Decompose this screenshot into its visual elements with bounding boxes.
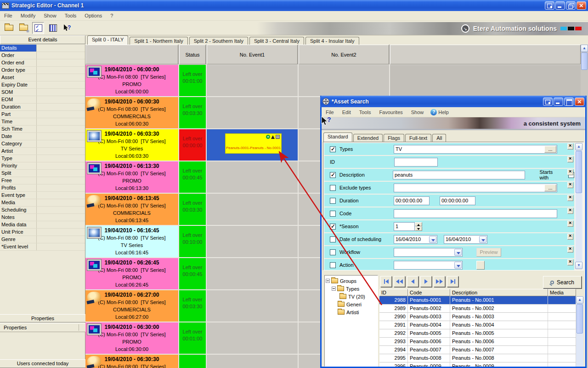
- restore-button[interactable]: [566, 1, 576, 10]
- detail-row[interactable]: Expiry Date: [0, 81, 85, 89]
- clear-season-button[interactable]: [567, 221, 573, 227]
- event1-column-header[interactable]: No. Event1: [207, 45, 298, 64]
- scroll-thumb[interactable]: [577, 304, 583, 334]
- clear-action-button[interactable]: [567, 259, 573, 265]
- detail-row[interactable]: EOM: [0, 96, 85, 104]
- menu-item[interactable]: Tools: [61, 12, 81, 19]
- action-extra-button[interactable]: [476, 261, 485, 270]
- preview-button[interactable]: Preview: [476, 248, 501, 257]
- dialog-pin-button[interactable]: [543, 98, 553, 106]
- search-tab[interactable]: Extended: [353, 134, 383, 142]
- detail-row[interactable]: Time: [0, 118, 85, 126]
- clear-code-button[interactable]: [567, 208, 573, 214]
- checklist-view-button[interactable]: ✓✓: [32, 22, 44, 34]
- detail-row[interactable]: Order type: [0, 67, 85, 74]
- menu-item[interactable]: File: [0, 12, 17, 19]
- event-info-cell[interactable]: 19/04/2010 - 06:13:45 (C) Mon-Fri 08:00 …: [85, 194, 178, 225]
- code-column-header[interactable]: Code: [408, 289, 450, 296]
- action-checkbox[interactable]: [330, 262, 336, 268]
- dialog-menu-item[interactable]: Edit: [338, 109, 355, 116]
- event1-cell[interactable]: + Peanuts-0001-Peanuts - No.0001: [207, 129, 298, 161]
- dialog-close-button[interactable]: [575, 98, 584, 106]
- schedule-row[interactable]: 19/04/2010 - 06:00:00 (C) Mon-Fri 08:00 …: [85, 65, 390, 97]
- exclude-types-input[interactable]: ...: [394, 184, 557, 192]
- scroll-down-icon[interactable]: ▼: [575, 262, 582, 269]
- scroll-thumb[interactable]: [581, 52, 588, 70]
- dropdown-arrow-icon[interactable]: [454, 249, 462, 256]
- event-info-cell[interactable]: 19/04/2010 - 06:00:30 (C) Mon-Fri 08:00 …: [85, 97, 178, 128]
- tree-expander-icon[interactable]: [326, 279, 330, 283]
- split-tab[interactable]: Split 1 - Northern Italy: [130, 37, 187, 45]
- scroll-thumb[interactable]: [576, 151, 582, 193]
- dropdown-arrow-icon[interactable]: [479, 236, 486, 243]
- event-column-header[interactable]: [85, 45, 178, 64]
- event1-cell[interactable]: +: [207, 290, 298, 322]
- event1-cell[interactable]: +: [207, 194, 298, 225]
- detail-row[interactable]: Notes: [0, 214, 85, 221]
- id-column-header[interactable]: ID: [379, 289, 408, 296]
- detail-row[interactable]: Order end: [0, 59, 85, 67]
- event-info-cell[interactable]: 19/04/2010 - 06:16:45 (C) Mon-Fri 08:00 …: [85, 226, 178, 257]
- event1-cell[interactable]: +: [207, 65, 298, 96]
- form-scrollbar[interactable]: ▲ ▼: [575, 143, 582, 269]
- event1-cell[interactable]: +: [207, 226, 298, 257]
- split-tab[interactable]: Split 0 - ITALY: [87, 35, 128, 45]
- users-connected-bar[interactable]: Users connected today: [0, 359, 85, 368]
- event-info-cell[interactable]: 19/04/2010 - 06:30:30 (C) Mon-Fri 08:00 …: [85, 355, 178, 368]
- detail-row[interactable]: Part: [0, 111, 85, 118]
- detail-row[interactable]: Split: [0, 170, 85, 177]
- tree-expander-icon[interactable]: [332, 287, 336, 291]
- event2-cell[interactable]: [299, 65, 389, 96]
- detail-row[interactable]: Type: [0, 155, 85, 162]
- tree-item[interactable]: TV (20): [339, 293, 377, 300]
- nav-last-button[interactable]: [447, 276, 458, 287]
- action-select[interactable]: [394, 261, 463, 270]
- dropdown-arrow-icon[interactable]: [454, 262, 462, 269]
- workflow-checkbox[interactable]: [330, 249, 336, 255]
- detail-row[interactable]: Category: [0, 140, 85, 148]
- detail-row[interactable]: Details: [0, 45, 85, 52]
- detail-row[interactable]: Priority: [0, 162, 85, 170]
- dialog-menu-item[interactable]: File: [322, 109, 338, 116]
- detail-row[interactable]: Profits: [0, 184, 85, 192]
- result-row[interactable]: 2988 Peanuts-0001 Peanuts - No.0001: [379, 296, 576, 305]
- types-checkbox[interactable]: [330, 146, 336, 152]
- event1-cell[interactable]: +: [207, 322, 298, 354]
- detail-row[interactable]: Unit Price: [0, 229, 85, 236]
- clear-description-button[interactable]: [567, 169, 573, 175]
- season-checkbox[interactable]: [330, 224, 336, 230]
- nav-next-fast-button[interactable]: [434, 276, 445, 287]
- scroll-up-icon[interactable]: ▲: [575, 143, 582, 150]
- event1-cell[interactable]: +: [207, 258, 298, 289]
- clear-duration-button[interactable]: [567, 195, 573, 201]
- search-tab[interactable]: Standard: [323, 132, 352, 142]
- dialog-menu-item[interactable]: Tools: [355, 109, 375, 116]
- event-info-cell[interactable]: 19/04/2010 - 06:13:30 (C) Mon-Fri 08:00 …: [85, 161, 178, 193]
- clear-exclude-button[interactable]: [567, 182, 573, 188]
- event1-cell[interactable]: +: [207, 161, 298, 193]
- properties-item[interactable]: Properties: [0, 323, 85, 332]
- result-row[interactable]: 2996 Peanuts-0009 Peanuts - No.0009: [379, 362, 576, 367]
- scroll-up-icon[interactable]: ▲: [581, 45, 588, 52]
- dialog-maximize-button[interactable]: [564, 98, 574, 106]
- grid-view-button[interactable]: [47, 22, 59, 34]
- types-browse-button[interactable]: ...: [544, 146, 556, 153]
- types-input[interactable]: TV...: [394, 145, 557, 154]
- detail-row[interactable]: Date: [0, 133, 85, 140]
- open-folder-button[interactable]: [3, 22, 15, 34]
- result-row[interactable]: 2990 Peanuts-0003 Peanuts - No.0003: [379, 313, 576, 321]
- detail-row[interactable]: Duration: [0, 104, 85, 111]
- duration-checkbox[interactable]: [330, 198, 336, 204]
- pin-window-button[interactable]: [545, 1, 554, 10]
- nav-prev-fast-button[interactable]: [394, 276, 405, 287]
- import-button[interactable]: ✳: [17, 22, 29, 34]
- scheduled-asset-box[interactable]: + Peanuts-0001-Peanuts - No.0001: [225, 133, 282, 154]
- menu-item[interactable]: Modify: [17, 12, 40, 19]
- detail-row[interactable]: Asset: [0, 74, 85, 81]
- clear-id-button[interactable]: [567, 156, 573, 162]
- duration-to-input[interactable]: 00:00:00.00: [440, 196, 475, 205]
- result-row[interactable]: 2993 Peanuts-0006 Peanuts - No.0006: [379, 338, 576, 346]
- tree-item[interactable]: Artisti: [338, 308, 377, 316]
- detail-row[interactable]: Event type: [0, 192, 85, 199]
- detail-row[interactable]: Media data: [0, 221, 85, 229]
